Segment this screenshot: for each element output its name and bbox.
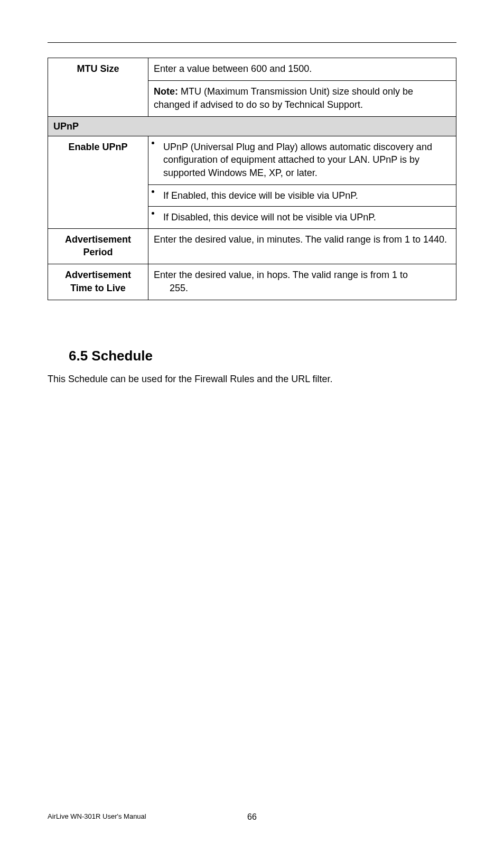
body-text: This Schedule can be used for the Firewa… <box>48 374 456 385</box>
mtu-note-text: MTU (Maximum Transmission Unit) size sho… <box>154 86 413 109</box>
footer: AirLive WN-301R User's Manual 66 <box>48 812 456 820</box>
spec-table: MTU Size Enter a value between 600 and 1… <box>48 58 456 300</box>
row-upnp-section: UPnP <box>48 116 456 136</box>
mtu-label: MTU Size <box>48 58 148 117</box>
adv-period-text: Enter the desired value, in minutes. The… <box>148 228 456 264</box>
footer-left: AirLive WN-301R User's Manual <box>48 812 146 820</box>
row-mtu: MTU Size Enter a value between 600 and 1… <box>48 58 456 81</box>
mtu-note-label: Note: <box>154 86 178 97</box>
upnp-section: UPnP <box>48 116 456 136</box>
page-number: 66 <box>247 812 257 822</box>
upnp-b1-text: UPnP (Universal Plug and Play) allows au… <box>163 142 432 178</box>
upnp-b2-text: If Enabled, this device will be visible … <box>163 190 358 201</box>
enable-upnp-cell: UPnP (Universal Plug and Play) allows au… <box>148 136 456 228</box>
upnp-bullet-3: If Disabled, this device will not be vis… <box>148 207 456 228</box>
row-adv-period: Advertisement Period Enter the desired v… <box>48 228 456 264</box>
adv-ttl-text-b: 255. <box>154 282 451 294</box>
adv-ttl-text: Enter the desired value, in hops. The va… <box>148 264 456 300</box>
bullet-icon <box>152 190 154 193</box>
mtu-note-cell: Note: MTU (Maximum Transmission Unit) si… <box>148 81 456 117</box>
upnp-bullet-2: If Enabled, this device will be visible … <box>148 185 456 207</box>
section-heading: 6.5 Schedule <box>69 348 456 364</box>
row-enable-upnp: Enable UPnP UPnP (Universal Plug and Pla… <box>48 136 456 228</box>
adv-period-label: Advertisement Period <box>48 228 148 264</box>
bullet-icon <box>152 212 154 215</box>
bullet-icon <box>152 142 154 144</box>
upnp-b3-text: If Disabled, this device will not be vis… <box>163 212 376 223</box>
upnp-bullet-1: UPnP (Universal Plug and Play) allows au… <box>148 136 456 185</box>
row-adv-ttl: Advertisement Time to Live Enter the des… <box>48 264 456 300</box>
enable-upnp-label: Enable UPnP <box>48 136 148 228</box>
top-rule <box>48 42 456 43</box>
adv-ttl-text-a: Enter the desired value, in hops. The va… <box>154 270 408 280</box>
mtu-line1: Enter a value between 600 and 1500. <box>148 58 456 81</box>
adv-ttl-label: Advertisement Time to Live <box>48 264 148 300</box>
